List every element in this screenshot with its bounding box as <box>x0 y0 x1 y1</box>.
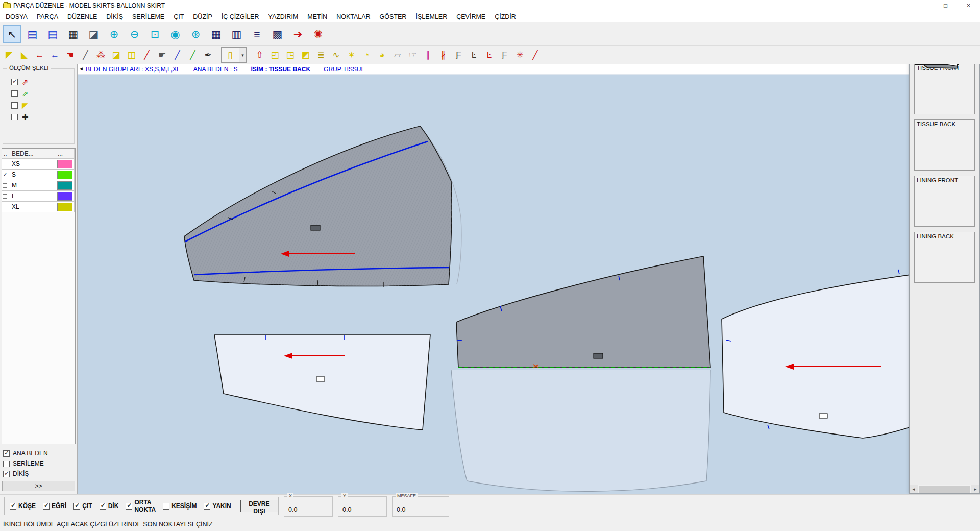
snap-option[interactable]: KÖŞE <box>10 502 36 510</box>
size-row[interactable]: L <box>2 191 75 202</box>
perpendicular-red-tool-icon[interactable]: Ŀ <box>482 48 496 62</box>
menu-item[interactable]: YAZDIRIM <box>263 11 303 22</box>
checkbox[interactable] <box>74 503 80 510</box>
pinwheel-icon[interactable]: ✺ <box>309 25 327 43</box>
layer-option[interactable]: ANA BEDEN <box>0 448 77 458</box>
rotate-up-tool-icon[interactable]: ⇧ <box>253 48 266 62</box>
menu-item[interactable]: ÇEVİRME <box>452 11 490 22</box>
zoom-window-icon[interactable]: ⊡ <box>146 25 164 43</box>
snap-option[interactable]: EĞRİ <box>43 502 66 510</box>
seam-zigzag-tool-icon[interactable]: ∿ <box>329 48 343 62</box>
checkbox[interactable] <box>11 79 18 85</box>
measure-cross[interactable]: ✚ <box>3 111 74 123</box>
snap-option[interactable]: ÇIT <box>74 502 92 510</box>
drag-point-tool-icon[interactable]: ☚ <box>63 48 77 62</box>
scroll-right-icon[interactable]: ► <box>971 485 979 493</box>
piece-card[interactable]: TISSUE BACK <box>914 119 975 171</box>
expand-panel-button[interactable]: >> <box>2 481 75 491</box>
checkbox[interactable] <box>3 450 10 457</box>
checkbox[interactable] <box>11 114 18 120</box>
menu-item[interactable]: DÜZİP <box>188 11 217 22</box>
size-checkbox[interactable] <box>3 173 7 177</box>
checkbox[interactable] <box>11 102 18 109</box>
size-color-swatch[interactable] <box>57 160 72 168</box>
snap-option[interactable]: ORTA NOKTA <box>126 499 156 513</box>
size-row[interactable]: M <box>2 180 75 191</box>
checkbox[interactable] <box>204 503 210 510</box>
mirror-tool-icon[interactable]: ✳ <box>513 48 527 62</box>
minimize-button[interactable]: – <box>911 0 934 11</box>
menu-item[interactable]: METİN <box>303 11 332 22</box>
checkbox[interactable] <box>3 461 10 467</box>
hatch-tool-icon[interactable]: ∥ <box>421 48 435 62</box>
grid-icon[interactable]: ▦ <box>207 25 225 43</box>
add-points-tool-icon[interactable]: ⁂ <box>94 48 108 62</box>
piece-tissue-back-graded[interactable] <box>184 126 452 287</box>
select-tool-icon[interactable]: ↖ <box>3 25 21 43</box>
snap-option[interactable]: DİK <box>100 502 119 510</box>
hatch-remove-tool-icon[interactable]: ∦ <box>436 48 450 62</box>
extend-left-add-tool-icon[interactable]: ← <box>33 48 46 62</box>
size-row[interactable]: XL <box>2 202 75 212</box>
smooth-point-tool-icon[interactable]: ╱ <box>186 48 200 62</box>
pattern-canvas[interactable]: ◄ BEDEN GRUPLARI : XS,S,M,L,XL ANA BEDEN… <box>78 64 980 494</box>
collapse-panel-icon[interactable]: ◄ <box>79 66 84 71</box>
transfer-icon[interactable]: ➔ <box>289 25 307 43</box>
current-piece-dropdown[interactable]: ▯ ▾ <box>221 47 247 63</box>
save-as-icon[interactable]: ▤ <box>44 25 62 43</box>
snap-option[interactable]: KESİŞİM <box>163 502 197 510</box>
checkbox[interactable] <box>43 503 50 510</box>
menu-item[interactable]: DİKİŞ <box>102 11 128 22</box>
pick-point-tool-icon[interactable]: ☛ <box>155 48 169 62</box>
piece-card[interactable]: LINING FRONT <box>914 176 975 227</box>
add-point-tool-icon[interactable]: ╱ <box>79 48 92 62</box>
checkbox[interactable] <box>10 503 16 510</box>
perpendicular-tool-icon[interactable]: Ŀ <box>467 48 481 62</box>
remove-point-tool-icon[interactable]: ╱ <box>170 48 184 62</box>
disable-button[interactable]: DEVRE DIŞI <box>240 500 278 512</box>
layer-option[interactable]: DİKİŞ <box>0 469 77 479</box>
piece-card[interactable]: LINING BACK <box>914 232 975 283</box>
zoom-out-icon[interactable]: ⊖ <box>126 25 143 43</box>
piece-lining-back[interactable] <box>214 335 430 430</box>
checkbox[interactable] <box>126 503 132 510</box>
chevron-down-icon[interactable]: ▾ <box>239 48 246 62</box>
zoom-all-icon[interactable]: ⊛ <box>187 25 205 43</box>
checkbox[interactable] <box>11 90 18 97</box>
snap-option[interactable]: YAKIN <box>204 502 231 510</box>
menu-item[interactable]: İÇ ÇİZGİLER <box>217 11 264 22</box>
clear-screen-icon[interactable]: ◪ <box>85 25 103 43</box>
horizontal-lines-icon[interactable]: ≡ <box>248 25 266 43</box>
dense-grid-icon[interactable]: ▩ <box>268 25 286 43</box>
copy-notch-tool-icon[interactable]: ◫ <box>125 48 138 62</box>
save-icon[interactable]: ▤ <box>23 25 41 43</box>
blank-piece-tool-icon[interactable]: ▱ <box>390 48 404 62</box>
scrollbar-thumb[interactable] <box>919 486 970 493</box>
round-corner-alt-tool-icon[interactable]: ◕ <box>375 48 389 62</box>
menu-item[interactable]: SERİLEME <box>128 11 169 22</box>
extend-left-remove-tool-icon[interactable]: ← <box>48 48 62 62</box>
fold-piece-tool-icon[interactable]: ◩ <box>299 48 312 62</box>
checkbox[interactable] <box>163 503 169 510</box>
fold-right-tool-icon[interactable]: ◳ <box>283 48 297 62</box>
size-checkbox[interactable] <box>3 183 7 188</box>
corner-tool-icon[interactable]: ◣ <box>17 48 31 62</box>
vertical-lines-icon[interactable]: ▥ <box>228 25 246 43</box>
menu-item[interactable]: PARÇA <box>32 11 63 22</box>
scroll-left-icon[interactable]: ◄ <box>910 485 918 493</box>
menu-item[interactable]: DOSYA <box>1 11 32 22</box>
size-color-swatch[interactable] <box>57 181 72 190</box>
maximize-button[interactable]: □ <box>934 0 957 11</box>
measure-line-red[interactable]: ⇗ <box>3 76 74 88</box>
curve-function-tool-icon[interactable]: Ƒ <box>452 48 465 62</box>
explode-piece-tool-icon[interactable]: ✶ <box>345 48 358 62</box>
size-row[interactable]: S <box>2 170 75 180</box>
menu-item[interactable]: DÜZENLE <box>63 11 102 22</box>
horizontal-scrollbar[interactable]: ◄ ► <box>910 485 979 493</box>
menu-item[interactable]: GÖSTER <box>375 11 411 22</box>
seam-ruler-tool-icon[interactable]: ≣ <box>314 48 328 62</box>
size-color-swatch[interactable] <box>57 192 72 201</box>
slash-tool-icon[interactable]: ╱ <box>528 48 542 62</box>
angle-function-tool-icon[interactable]: Ƒ <box>498 48 511 62</box>
size-color-swatch[interactable] <box>57 171 72 179</box>
